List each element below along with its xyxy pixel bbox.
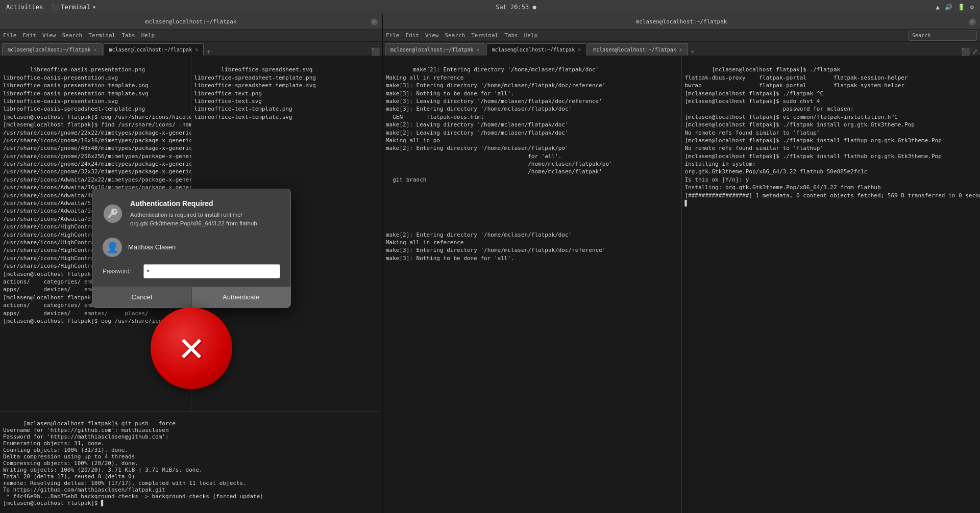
left-tab-2[interactable]: mclasen@localhost:~/flatpak × [104,43,204,56]
right-tab-1[interactable]: mclasen@localhost:~/flatpak × [385,43,485,56]
left-menu-terminal[interactable]: Terminal [88,32,115,39]
right-menu-help[interactable]: Help [524,32,538,39]
settings-icon: ⚙ [970,4,974,11]
system-bar-left: Activities ⬛ Terminal ▾ [6,4,96,11]
left-menu-view[interactable]: View [42,32,56,39]
left-menu-tabs[interactable]: Tabs [121,32,135,39]
right-tab-3[interactable]: mclasen@localhost:~/flatpak × [587,43,688,56]
system-datetime: Sat 20:53 ● [496,4,536,11]
password-label: Password: [103,268,138,275]
right-terminal-split: make[2]: Entering directory '/home/mclas… [383,56,980,513]
terminal-icon: ⬛ [51,4,59,11]
auth-dialog: Authentication Required Authentication i… [92,189,291,307]
left-tab-1-label: mclasen@localhost:~/flatpak [8,47,91,53]
left-split-btn[interactable]: ⬛ [371,47,380,56]
right-pane-2-content: [mclasen@localhost flatpak]$ ./flatpak f… [685,66,981,207]
right-expand-btn[interactable]: ⤢ [972,47,978,56]
user-name-label: Matthias Clasen [128,243,176,251]
error-x-icon: ✕ [179,326,204,367]
terminal-window-right: mclasen@localhost:~/flatpak × File Edit … [383,14,980,513]
right-menu-search[interactable]: Search [445,32,465,39]
right-tab-3-label: mclasen@localhost:~/flatpak [593,47,676,53]
right-tab-2-close[interactable]: × [578,47,581,53]
left-bottom-content: [mclasen@localhost flatpak]$ git push --… [3,420,263,506]
right-menu-view[interactable]: View [425,32,439,39]
right-tab-1-close[interactable]: × [477,47,480,53]
left-menu-edit[interactable]: Edit [23,32,37,39]
left-menu-file[interactable]: File [3,32,17,39]
user-row: 👤 Matthias Clasen [103,238,280,257]
left-tabs: mclasen@localhost:~/flatpak × mclasen@lo… [0,42,382,56]
left-tab-2-close[interactable]: × [195,47,198,53]
right-titlebar: mclasen@localhost:~/flatpak × [383,14,980,30]
left-menubar: File Edit View Search Terminal Tabs Help [0,30,382,42]
right-pane-2[interactable]: [mclasen@localhost flatpak]$ ./flatpak f… [682,56,981,513]
right-menu-terminal[interactable]: Terminal [471,32,498,39]
auth-dialog-description: Authentication is required to install ru… [130,211,280,227]
right-tab-2[interactable]: mclasen@localhost:~/flatpak × [486,43,587,56]
right-title: mclasen@localhost:~/flatpak [636,18,727,25]
terminals-container: mclasen@localhost:~/flatpak × File Edit … [0,14,980,513]
auth-dialog-header: Authentication Required Authentication i… [92,189,290,232]
right-search-label: Search [912,33,930,38]
activities-button[interactable]: Activities [6,4,43,11]
right-pane-1[interactable]: make[2]: Entering directory '/home/mclas… [383,56,682,513]
password-row: Password: [103,264,280,278]
right-tab-3-close[interactable]: × [679,47,682,53]
right-search-input[interactable] [933,33,973,38]
auth-dialog-body: 👤 Matthias Clasen Password: [92,233,290,287]
network-icon: ▲ [936,4,940,11]
right-menubar: File Edit View Search Terminal Tabs Help… [383,30,980,42]
left-menu-help[interactable]: Help [141,32,155,39]
battery-icon: 🔋 [958,4,965,11]
cancel-button[interactable]: Cancel [92,287,192,307]
system-bar: Activities ⬛ Terminal ▾ Sat 20:53 ● ▲ 🔊 … [0,0,980,14]
right-menu-file[interactable]: File [386,32,400,39]
right-tab-2-label: mclasen@localhost:~/flatpak [492,47,575,53]
terminal-menu-button[interactable]: ⬛ Terminal ▾ [51,4,96,11]
auth-dialog-footer: Cancel Authenticate [92,287,290,307]
password-input[interactable] [143,264,280,278]
key-icon [104,204,122,223]
right-tabs: mclasen@localhost:~/flatpak × mclasen@lo… [383,42,980,56]
system-tray: ▲ 🔊 🔋 ⚙ [936,4,974,11]
user-avatar: 👤 [103,238,122,257]
left-titlebar: mclasen@localhost:~/flatpak × [0,14,382,30]
right-split-btn[interactable]: ⬛ [961,47,970,56]
left-pane-2-content: libreoffice-spreadsheet.svg libreoffice-… [194,66,316,120]
right-menu-edit[interactable]: Edit [406,32,420,39]
right-tab-1-label: mclasen@localhost:~/flatpak [390,47,474,53]
auth-title-block: Authentication Required Authentication i… [130,199,280,227]
right-tab-add[interactable]: + [689,48,697,56]
auth-icon-container [103,203,123,224]
left-tab-add[interactable]: + [205,48,212,56]
left-tab-1-close[interactable]: × [94,47,97,53]
error-circle: ✕ [151,307,232,389]
right-pane-1-content: make[2]: Entering directory '/home/mclas… [386,66,612,261]
authenticate-button[interactable]: Authenticate [192,287,291,307]
left-title: mclasen@localhost:~/flatpak [145,18,237,25]
volume-icon: 🔊 [945,4,952,11]
left-close-button[interactable]: × [371,18,378,25]
right-close-button[interactable]: × [969,18,976,25]
left-tab-1[interactable]: mclasen@localhost:~/flatpak × [2,43,103,56]
user-avatar-icon: 👤 [106,241,119,253]
right-menu-tabs[interactable]: Tabs [504,32,518,39]
left-tab-2-label: mclasen@localhost:~/flatpak [109,47,192,53]
auth-dialog-title: Authentication Required [130,199,280,208]
left-bottom-pane[interactable]: [mclasen@localhost flatpak]$ git push --… [0,411,382,513]
left-menu-search[interactable]: Search [62,32,83,39]
